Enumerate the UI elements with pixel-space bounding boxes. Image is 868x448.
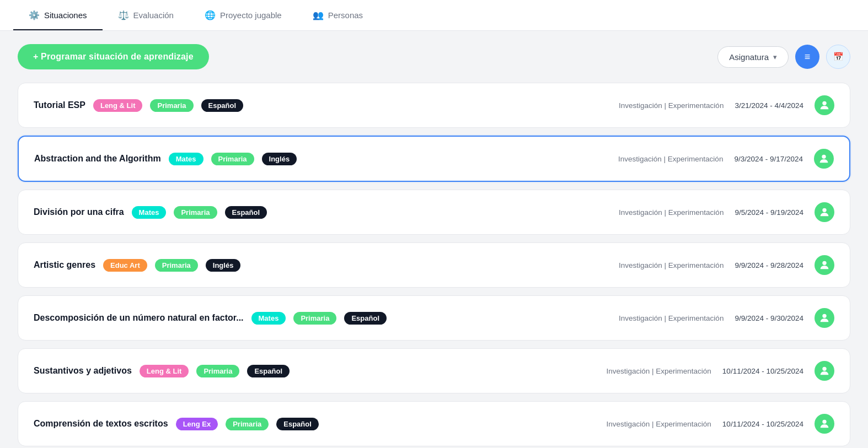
nav-icon-situaciones: ⚙️	[29, 10, 40, 20]
badge-green: Primaria	[174, 206, 217, 219]
subject-dropdown-label: Asignatura	[729, 52, 769, 62]
badge-cyan: Mates	[251, 312, 286, 325]
list-icon: ≡	[805, 51, 811, 63]
svg-point-3	[822, 261, 826, 265]
situation-card[interactable]: Comprensión de textos escritosLeng ExPri…	[18, 401, 850, 446]
svg-point-6	[822, 420, 826, 424]
card-meta: Investigación | Experimentación	[619, 208, 724, 217]
card-right: Investigación | Experimentación9/9/2024 …	[619, 255, 834, 275]
card-left: Artistic genresEduc ArtPrimariaInglés	[34, 259, 240, 272]
svg-point-1	[822, 155, 826, 159]
badge-cyan: Mates	[132, 206, 167, 219]
card-dates: 10/11/2024 - 10/25/2024	[722, 420, 803, 428]
card-left: Abstraction and the AlgorithmMatesPrimar…	[34, 153, 297, 165]
top-navigation: ⚙️Situaciones⚖️Evaluación🌐Proyecto jugab…	[0, 0, 868, 31]
avatar[interactable]	[814, 149, 834, 169]
badge-purple: Leng Ex	[176, 418, 218, 430]
nav-label-proyecto: Proyecto jugable	[220, 10, 282, 20]
card-left: Tutorial ESPLeng & LitPrimariaEspañol	[34, 99, 243, 112]
badge-green: Primaria	[293, 312, 336, 325]
card-title: Abstraction and the Algorithm	[34, 154, 161, 164]
card-meta: Investigación | Experimentación	[619, 261, 724, 269]
card-title: Tutorial ESP	[34, 100, 85, 110]
situation-card[interactable]: Sustantivos y adjetivosLeng & LitPrimari…	[18, 348, 850, 393]
badge-black: Inglés	[206, 259, 241, 272]
card-right: Investigación | Experimentación3/21/2024…	[619, 95, 834, 115]
card-meta: Investigación | Experimentación	[607, 367, 711, 375]
nav-tab-personas[interactable]: 👥Personas	[297, 0, 378, 30]
badge-pink: Leng & Lit	[140, 365, 189, 377]
card-right: Investigación | Experimentación10/11/202…	[607, 361, 835, 381]
toolbar: + Programar situación de aprendizaje Asi…	[18, 44, 850, 69]
card-meta: Investigación | Experimentación	[618, 155, 723, 163]
card-title: Sustantivos y adjetivos	[34, 366, 132, 376]
list-view-button[interactable]: ≡	[795, 45, 819, 69]
card-meta: Investigación | Experimentación	[619, 314, 724, 322]
avatar[interactable]	[815, 255, 834, 275]
nav-tab-situaciones[interactable]: ⚙️Situaciones	[13, 0, 103, 30]
svg-point-2	[822, 208, 826, 212]
card-title: Artistic genres	[34, 260, 95, 270]
badge-green: Primaria	[196, 365, 239, 377]
chevron-down-icon: ▾	[773, 53, 777, 61]
badge-pink: Leng & Lit	[93, 99, 143, 112]
card-dates: 9/9/2024 - 9/30/2024	[735, 314, 803, 322]
nav-tab-evaluacion[interactable]: ⚖️Evaluación	[103, 0, 189, 30]
situation-card[interactable]: Artistic genresEduc ArtPrimariaInglésInv…	[18, 242, 850, 288]
card-right: Investigación | Experimentación9/9/2024 …	[619, 308, 834, 328]
badge-cyan: Mates	[169, 153, 203, 165]
svg-point-4	[822, 314, 826, 318]
card-meta: Investigación | Experimentación	[607, 420, 711, 428]
situation-card[interactable]: División por una cifraMatesPrimariaEspañ…	[18, 190, 850, 235]
main-content: + Programar situación de aprendizaje Asi…	[0, 31, 868, 448]
badge-green: Primaria	[150, 99, 193, 112]
card-left: Sustantivos y adjetivosLeng & LitPrimari…	[34, 365, 290, 377]
badge-black: Español	[201, 99, 244, 112]
card-right: Investigación | Experimentación10/11/202…	[607, 414, 835, 434]
situation-list: Tutorial ESPLeng & LitPrimariaEspañolInv…	[18, 83, 850, 446]
badge-orange: Educ Art	[103, 259, 147, 272]
avatar[interactable]	[815, 414, 834, 434]
card-dates: 9/3/2024 - 9/17/2024	[734, 155, 803, 163]
nav-icon-personas: 👥	[313, 10, 324, 20]
card-left: División por una cifraMatesPrimariaEspañ…	[34, 206, 267, 219]
calendar-icon: 📅	[833, 52, 844, 62]
card-title: Comprensión de textos escritos	[34, 419, 168, 429]
card-left: Comprensión de textos escritosLeng ExPri…	[34, 418, 319, 430]
situation-card[interactable]: Descomposición de un número natural en f…	[18, 295, 850, 341]
badge-black: Español	[276, 418, 319, 430]
avatar[interactable]	[815, 95, 834, 115]
badge-black: Inglés	[262, 153, 297, 165]
avatar[interactable]	[815, 202, 834, 222]
badge-green: Primaria	[155, 259, 198, 272]
card-right: Investigación | Experimentación9/3/2024 …	[618, 149, 834, 169]
card-meta: Investigación | Experimentación	[619, 101, 724, 110]
card-title: División por una cifra	[34, 207, 124, 217]
toolbar-right: Asignatura ▾ ≡ 📅	[717, 45, 850, 69]
svg-point-0	[822, 101, 826, 105]
nav-label-situaciones: Situaciones	[44, 10, 87, 20]
card-dates: 9/5/2024 - 9/19/2024	[735, 208, 803, 217]
card-right: Investigación | Experimentación9/5/2024 …	[619, 202, 834, 222]
nav-tab-proyecto[interactable]: 🌐Proyecto jugable	[189, 0, 297, 30]
situation-card[interactable]: Abstraction and the AlgorithmMatesPrimar…	[18, 136, 850, 182]
card-dates: 3/21/2024 - 4/4/2024	[735, 101, 803, 110]
avatar[interactable]	[815, 361, 834, 381]
badge-black: Español	[225, 206, 267, 219]
situation-card[interactable]: Tutorial ESPLeng & LitPrimariaEspañolInv…	[18, 83, 850, 128]
nav-icon-evaluacion: ⚖️	[118, 10, 129, 20]
card-dates: 10/11/2024 - 10/25/2024	[722, 367, 803, 375]
avatar[interactable]	[815, 308, 834, 328]
badge-black: Español	[344, 312, 387, 325]
subject-dropdown[interactable]: Asignatura ▾	[717, 46, 789, 68]
nav-label-personas: Personas	[328, 10, 363, 20]
badge-green: Primaria	[211, 153, 254, 165]
nav-icon-proyecto: 🌐	[205, 10, 216, 20]
svg-point-5	[822, 367, 826, 371]
badge-black: Español	[247, 365, 290, 377]
card-dates: 9/9/2024 - 9/28/2024	[735, 261, 803, 269]
badge-green: Primaria	[226, 418, 269, 430]
nav-label-evaluacion: Evaluación	[133, 10, 174, 20]
calendar-view-button[interactable]: 📅	[826, 45, 850, 69]
add-situation-button[interactable]: + Programar situación de aprendizaje	[18, 44, 209, 69]
